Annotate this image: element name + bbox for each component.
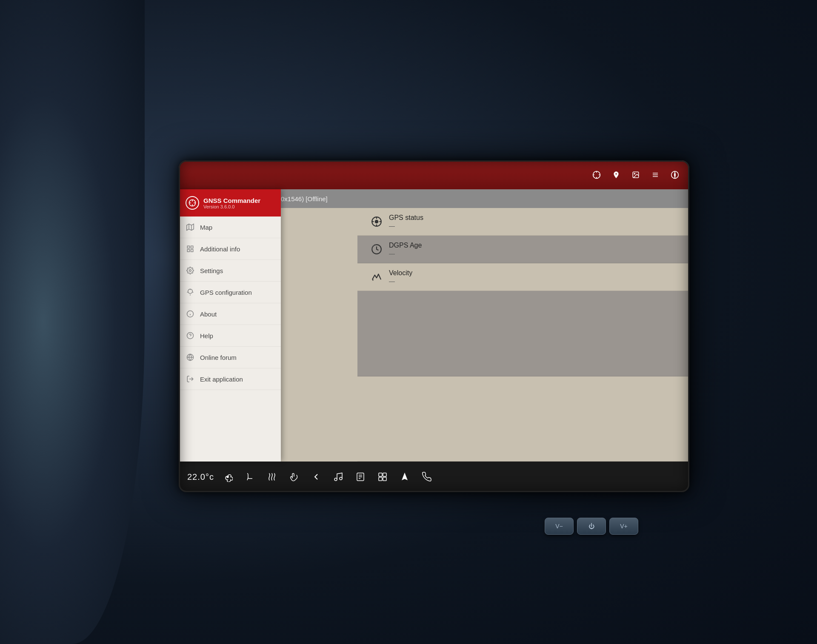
menu-online-forum-label: Online forum — [200, 354, 237, 361]
settings-icon — [186, 266, 195, 275]
additional-info-icon — [186, 244, 195, 254]
header-icons — [591, 169, 681, 181]
menu-title-block: GNSS Commander Version 3.6.0.0 — [203, 197, 260, 209]
status-text: 0x1546) [Offline] — [281, 195, 328, 202]
menu-item-exit[interactable]: Exit application — [179, 368, 281, 390]
volume-down-label: V− — [555, 523, 563, 530]
gesture-icon[interactable] — [287, 470, 301, 484]
info-panel: GPS status — DGPS Age — [357, 208, 689, 462]
velocity-value: — — [389, 278, 412, 285]
svg-rect-29 — [191, 246, 193, 248]
main-area: 0x1546) [Offline] GPS status — — [179, 189, 689, 462]
svg-rect-31 — [191, 250, 193, 252]
exit-icon — [186, 374, 195, 384]
taskbar: 22.0°c — [179, 462, 689, 492]
dgps-age-info: DGPS Age — — [389, 242, 422, 257]
menu-item-gps-config[interactable]: GPS configuration — [179, 282, 281, 303]
physical-buttons: V− ⏻ V+ — [545, 518, 638, 535]
music-icon[interactable] — [331, 470, 345, 484]
svg-rect-52 — [379, 473, 382, 476]
menu-about-label: About — [200, 311, 217, 318]
heating-icon[interactable] — [265, 470, 279, 484]
menu-item-map[interactable]: Map — [179, 217, 281, 238]
menu-overlay: GNSS Commander Version 3.6.0.0 — [179, 189, 281, 462]
menu-additional-info-label: Additional info — [200, 245, 240, 253]
crosshair-icon[interactable] — [591, 169, 603, 181]
svg-point-6 — [634, 173, 635, 174]
app-logo — [186, 196, 199, 210]
svg-point-47 — [340, 477, 342, 480]
menu-item-additional-info[interactable]: Additional info — [179, 238, 281, 260]
velocity-icon — [370, 271, 383, 283]
info-row-velocity: Velocity — — [357, 263, 689, 291]
menu-item-about[interactable]: About — [179, 303, 281, 325]
svg-point-17 — [375, 220, 378, 223]
menu-map-label: Map — [200, 224, 212, 231]
menu-item-help[interactable]: Help — [179, 325, 281, 347]
svg-point-32 — [189, 270, 191, 272]
velocity-label: Velocity — [389, 269, 412, 277]
call-icon[interactable] — [420, 470, 434, 484]
svg-rect-28 — [187, 246, 189, 248]
navigate-icon[interactable] — [398, 470, 411, 484]
gps-status-label: GPS status — [389, 214, 423, 222]
menu-header: GNSS Commander Version 3.6.0.0 — [179, 189, 281, 217]
volume-up-label: V+ — [620, 523, 628, 530]
menu-item-online-forum[interactable]: Online forum — [179, 347, 281, 368]
svg-rect-53 — [383, 473, 386, 476]
gps-status-value: — — [389, 222, 423, 229]
menu-item-settings[interactable]: Settings — [179, 260, 281, 282]
velocity-info: Velocity — — [389, 269, 412, 285]
temperature-display: 22.0°c — [187, 472, 214, 482]
volume-up-button[interactable]: V+ — [609, 518, 638, 535]
svg-rect-30 — [187, 250, 189, 252]
menu-icon[interactable] — [649, 169, 661, 181]
info-row-dgps: DGPS Age — — [357, 236, 689, 263]
fan-icon[interactable] — [221, 470, 234, 484]
svg-point-46 — [334, 478, 337, 481]
screen-content: 0x1546) [Offline] GPS status — — [179, 160, 689, 492]
about-icon — [186, 309, 195, 319]
svg-marker-56 — [402, 473, 408, 480]
svg-marker-25 — [187, 224, 194, 231]
svg-rect-55 — [383, 477, 386, 481]
menu-exit-label: Exit application — [200, 376, 243, 383]
menu-gps-config-label: GPS configuration — [200, 289, 252, 296]
volume-down-button[interactable]: V− — [545, 518, 574, 535]
pin-icon[interactable] — [610, 169, 622, 181]
power-label: ⏻ — [588, 523, 594, 530]
app-name: GNSS Commander — [203, 197, 260, 204]
header-bar — [179, 160, 689, 189]
help-icon — [186, 331, 195, 340]
dgps-age-icon — [370, 243, 383, 256]
taskbar-icons — [221, 470, 681, 484]
seat-icon[interactable] — [243, 470, 257, 484]
svg-marker-11 — [674, 171, 675, 179]
app-version: Version 3.6.0.0 — [203, 204, 260, 209]
info-row-empty2 — [357, 376, 689, 462]
svg-rect-54 — [379, 477, 382, 481]
image-icon[interactable] — [630, 169, 642, 181]
map-icon — [186, 222, 195, 232]
back-icon[interactable] — [309, 470, 323, 484]
svg-point-45 — [227, 476, 229, 478]
compass-icon[interactable] — [669, 169, 681, 181]
menu-items-list: Map Additional info — [179, 217, 281, 462]
power-button[interactable]: ⏻ — [577, 518, 606, 535]
dgps-age-value: — — [389, 250, 422, 257]
menu-settings-label: Settings — [200, 267, 223, 274]
info-row-empty1 — [357, 291, 689, 376]
gps-status-info: GPS status — — [389, 214, 423, 229]
screen: 0x1546) [Offline] GPS status — — [179, 160, 689, 492]
menu-help-label: Help — [200, 332, 213, 339]
phone-icon[interactable] — [354, 470, 367, 484]
online-forum-icon — [186, 353, 195, 362]
apps-icon[interactable] — [376, 470, 389, 484]
dgps-age-label: DGPS Age — [389, 242, 422, 249]
gps-status-icon — [370, 215, 383, 228]
gps-config-icon — [186, 288, 195, 297]
info-row-gps: GPS status — — [357, 208, 689, 236]
